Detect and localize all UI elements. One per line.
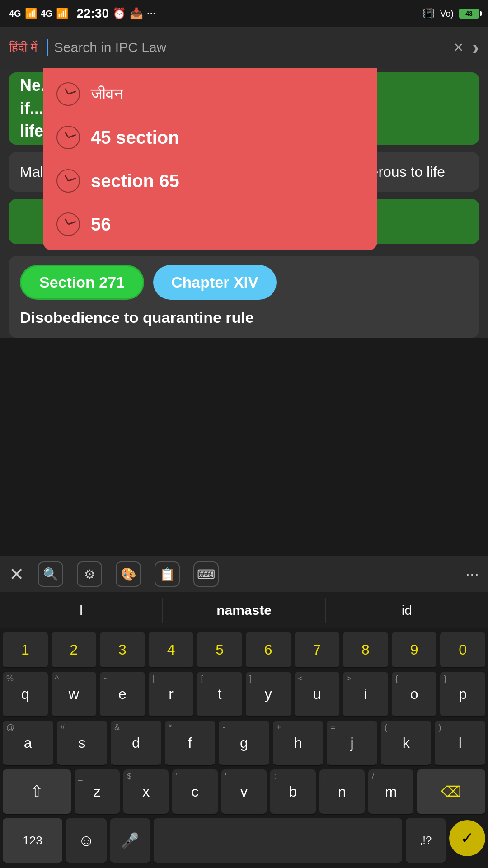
- key-a[interactable]: @a: [3, 721, 53, 766]
- main-content: Ne...if...life... Malignant act likely t…: [0, 68, 488, 338]
- punctuation-label: ,!?: [420, 835, 432, 846]
- key-punctuation[interactable]: ,!?: [406, 818, 446, 863]
- dropdown-text-3: section 65: [91, 171, 179, 191]
- search-close-icon[interactable]: ×: [454, 38, 463, 57]
- key-t[interactable]: [t: [197, 672, 242, 717]
- key-7[interactable]: 7: [295, 632, 340, 668]
- key-u[interactable]: <u: [295, 672, 340, 717]
- keyboard-search-icon[interactable]: 🔍: [38, 561, 63, 587]
- key-backspace[interactable]: ⌫: [417, 769, 485, 815]
- status-right: 📳 Vo) 43: [422, 8, 479, 19]
- search-placeholder[interactable]: Search in IPC Law: [54, 40, 166, 55]
- keyboard-clipboard-icon[interactable]: 📋: [155, 561, 180, 587]
- key-shift[interactable]: ⇧: [3, 769, 71, 815]
- key-123[interactable]: 123: [3, 818, 62, 863]
- backspace-icon: ⌫: [441, 783, 461, 800]
- key-enter[interactable]: ✓: [449, 820, 485, 856]
- keyboard-settings-icon[interactable]: ⚙: [77, 561, 102, 587]
- key-2[interactable]: 2: [52, 632, 97, 668]
- suggestion-id[interactable]: id: [326, 598, 488, 623]
- key-space[interactable]: [154, 818, 402, 863]
- key-8[interactable]: 8: [343, 632, 388, 668]
- enter-checkmark-icon: ✓: [460, 829, 474, 848]
- search-arrow-icon[interactable]: ›: [472, 36, 479, 59]
- key-p[interactable]: }p: [440, 672, 485, 717]
- key-d[interactable]: &d: [111, 721, 161, 766]
- vibrate-icon: 📳: [422, 8, 435, 19]
- key-j[interactable]: =j: [327, 721, 377, 766]
- suggestion-namaste-text: namaste: [216, 603, 272, 618]
- cursor-blink: [47, 39, 48, 56]
- key-emoji[interactable]: ☺: [66, 818, 107, 863]
- key-x[interactable]: $x: [123, 769, 169, 815]
- key-4[interactable]: 4: [149, 632, 194, 668]
- search-input-container[interactable]: Search in IPC Law: [47, 39, 445, 56]
- section-title: Disobedience to quarantine rule: [20, 307, 468, 329]
- key-m[interactable]: /m: [368, 769, 413, 815]
- row-qp: %q ^w ~e |r [t ]y <u >i {o }p: [0, 670, 488, 719]
- chapter-xiv-button[interactable]: Chapter XIV: [153, 265, 277, 300]
- history-clock-icon-2: [56, 126, 80, 149]
- dropdown-item-4[interactable]: 56: [43, 203, 377, 246]
- suggestion-l[interactable]: l: [0, 598, 163, 623]
- key-l[interactable]: )l: [435, 721, 485, 766]
- history-clock-icon-3: [56, 169, 80, 193]
- keyboard-layout-icon[interactable]: ⌨: [193, 561, 219, 587]
- suggestion-id-text: id: [402, 603, 412, 618]
- key-g[interactable]: -g: [219, 721, 269, 766]
- key-r[interactable]: |r: [149, 672, 194, 717]
- key-c[interactable]: "c: [172, 769, 217, 815]
- dropdown-item-1[interactable]: जीवन: [43, 72, 377, 116]
- suggestion-namaste[interactable]: namaste: [163, 598, 325, 623]
- key-i[interactable]: >i: [343, 672, 388, 717]
- signal-2: 4G: [41, 9, 53, 19]
- keyboard-area: ✕ 🔍 ⚙ 🎨 📋 ⌨ ··· l namaste id 1 2 3 4 5 6…: [0, 556, 488, 868]
- key-q[interactable]: %q: [3, 672, 48, 717]
- key-w[interactable]: ^w: [52, 672, 97, 717]
- section-271-button[interactable]: Section 271: [20, 265, 144, 300]
- battery-indicator: 43: [459, 9, 479, 19]
- keyboard-close-icon[interactable]: ✕: [9, 564, 24, 585]
- key-s[interactable]: #s: [57, 721, 108, 766]
- key-z[interactable]: _z: [75, 769, 120, 815]
- key-e[interactable]: ~e: [100, 672, 145, 717]
- key-y[interactable]: ]y: [246, 672, 291, 717]
- key-b[interactable]: :b: [270, 769, 315, 815]
- search-bar[interactable]: हिंदी में Search in IPC Law × ›: [0, 27, 488, 68]
- signal-bars-1: 📶: [25, 8, 37, 19]
- key-h[interactable]: +h: [273, 721, 324, 766]
- hindi-label: हिंदी में: [9, 40, 38, 55]
- suggestion-l-text: l: [80, 603, 83, 618]
- key-9[interactable]: 9: [392, 632, 437, 668]
- key-6[interactable]: 6: [246, 632, 291, 668]
- dropdown-item-2[interactable]: 45 section: [43, 116, 377, 159]
- alarm-icon: ⏰: [113, 7, 126, 20]
- history-clock-icon-4: [56, 212, 80, 236]
- suggestions-row: l namaste id: [0, 592, 488, 628]
- key-3[interactable]: 3: [100, 632, 145, 668]
- battery-level: 43: [465, 10, 473, 17]
- key-0[interactable]: 0: [440, 632, 485, 668]
- key-v[interactable]: 'v: [221, 769, 267, 815]
- key-1[interactable]: 1: [3, 632, 48, 668]
- signal-1: 4G: [9, 9, 21, 19]
- shift-arrow-icon: ⇧: [30, 782, 43, 801]
- key-123-label: 123: [23, 835, 42, 846]
- keyboard-more-icon[interactable]: ···: [465, 565, 479, 584]
- time-display: 22:30: [76, 6, 109, 21]
- dropdown-text-4: 56: [91, 214, 111, 235]
- key-o[interactable]: {o: [392, 672, 437, 717]
- notification-icon: 📥: [130, 7, 143, 20]
- row-al: @a #s &d *f -g +h =j (k )l: [0, 719, 488, 768]
- comma-icon: 🎤: [121, 833, 139, 848]
- key-5[interactable]: 5: [197, 632, 242, 668]
- dropdown-text-1: जीवन: [91, 85, 123, 104]
- keyboard-theme-icon[interactable]: 🎨: [116, 561, 141, 587]
- key-n[interactable]: ;n: [319, 769, 365, 815]
- dropdown-item-3[interactable]: section 65: [43, 159, 377, 203]
- key-f[interactable]: *f: [165, 721, 216, 766]
- number-row: 1 2 3 4 5 6 7 8 9 0: [0, 628, 488, 670]
- status-left: 4G 📶 4G 📶 22:30 ⏰ 📥 ···: [9, 6, 156, 21]
- key-k[interactable]: (k: [381, 721, 432, 766]
- key-comma[interactable]: 🎤: [110, 818, 150, 863]
